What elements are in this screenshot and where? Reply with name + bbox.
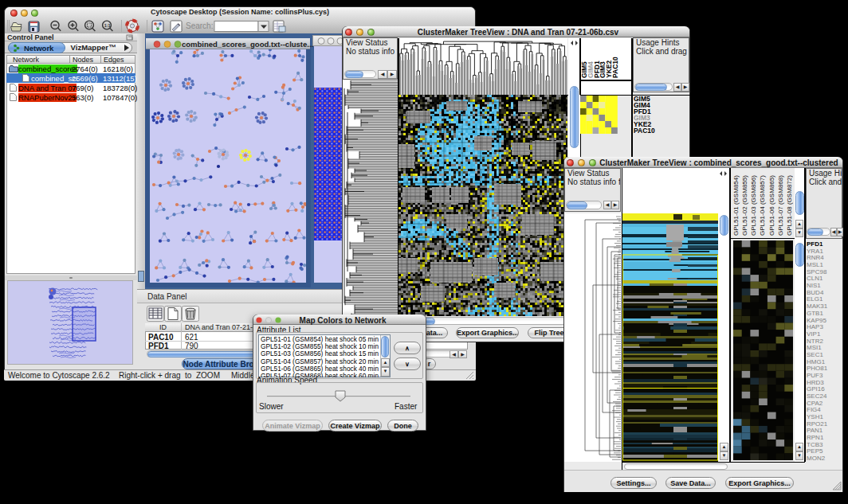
svg-text:PUF3: PUF3 [807,372,823,379]
svg-text:Search:: Search: [186,21,213,30]
svg-text:CPA2: CPA2 [807,400,823,407]
svg-text:GPL51-07 (GSM868): GPL51-07 (GSM868) [777,174,784,236]
svg-text:1:1: 1:1 [104,23,111,28]
svg-text:SPC98: SPC98 [807,268,827,275]
svg-text:RPN1: RPN1 [807,434,824,441]
svg-text:VIP1: VIP1 [807,330,821,338]
svg-text:PAC10: PAC10 [611,57,619,78]
svg-text:HRD3: HRD3 [807,379,824,386]
svg-text:MON2: MON2 [807,455,826,462]
svg-text:GTB1: GTB1 [807,310,823,317]
svg-text:PAC10: PAC10 [634,127,655,135]
svg-text:GPL51-01 (GSM854): GPL51-01 (GSM854) [732,174,740,236]
svg-text:CLN1: CLN1 [807,275,823,282]
svg-text:GPI16: GPI16 [807,385,825,393]
svg-text:MSL1: MSL1 [807,261,823,268]
svg-text:KAP95: KAP95 [807,317,826,324]
svg-text:YRA1: YRA1 [807,248,823,255]
svg-text:PFD1: PFD1 [807,240,823,248]
svg-text:SEC1: SEC1 [807,351,823,358]
svg-text:FIG4: FIG4 [807,406,821,413]
svg-text:MAK31: MAK31 [807,303,828,310]
svg-text:NTR2: NTR2 [807,338,823,345]
svg-text:GPL51-06 (GSM865): GPL51-06 (GSM865) [768,174,775,236]
svg-text:MSI1: MSI1 [807,344,822,351]
svg-text:ELG1: ELG1 [807,295,823,303]
svg-text:RPO21: RPO21 [807,420,828,428]
svg-text:GPL51-02 (GSM855): GPL51-02 (GSM855) [741,174,748,236]
svg-text:PEP5: PEP5 [807,447,823,455]
svg-text:PHO81: PHO81 [807,365,828,372]
svg-text:GPL51-08 (GSM872): GPL51-08 (GSM872) [786,174,793,236]
svg-text:YSH1: YSH1 [807,413,823,420]
svg-text:GPL51-04 (GSM857): GPL51-04 (GSM857) [759,174,766,236]
svg-text:NIS1: NIS1 [807,282,821,289]
svg-text:GPL51-03 (GSM856): GPL51-03 (GSM856) [750,174,757,236]
svg-text:TCB3: TCB3 [807,441,823,448]
